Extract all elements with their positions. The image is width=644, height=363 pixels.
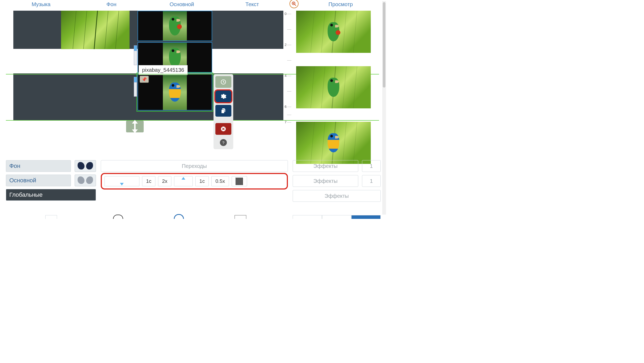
parrot-thumb-3 — [169, 82, 181, 102]
parrot-thumb-1 — [169, 16, 181, 35]
main-clip-column: 📌 — [138, 11, 212, 112]
transition-in-duration[interactable]: 1с — [142, 176, 155, 186]
resize-handle[interactable] — [126, 121, 144, 132]
preview-column — [291, 9, 371, 164]
main-clip-1[interactable] — [138, 11, 212, 41]
layer-background[interactable]: Фон — [6, 160, 71, 172]
peek-box-1[interactable] — [45, 215, 57, 219]
transitions-dropdown[interactable]: Переходы — [101, 160, 288, 172]
layer-background-thumb[interactable] — [75, 160, 96, 172]
ruler-tick-2: 2 — [285, 43, 287, 47]
tab-preview[interactable]: Просмотр — [301, 1, 381, 7]
svg-line-1 — [295, 5, 296, 6]
ruler-tick-7: 7 — [285, 120, 287, 124]
tab-text[interactable]: Текст — [217, 1, 287, 7]
pin-icon[interactable]: 📌 — [140, 76, 149, 83]
preview-frame-2[interactable] — [296, 66, 371, 108]
transitions-panel: Переходы 1с 2x 1с 0.5x — [101, 160, 288, 190]
resize-vertical-icon — [126, 118, 144, 135]
action-help-button[interactable]: ? — [220, 139, 227, 146]
effects-button-3[interactable]: Эффекты — [293, 190, 381, 202]
background-clip[interactable] — [61, 11, 130, 49]
zoom-in-button[interactable] — [289, 0, 299, 8]
peek-segmented[interactable] — [293, 215, 381, 219]
effects-count-2[interactable]: 1 — [362, 175, 381, 187]
action-timing-button[interactable] — [215, 76, 231, 88]
time-ruler: 0 2 4 6 7 — [283, 9, 291, 164]
transition-out-duration[interactable]: 1с — [195, 176, 209, 186]
effects-count-1[interactable]: 1 — [362, 160, 381, 172]
layer-main-thumb[interactable] — [75, 175, 96, 186]
butterfly-icon — [78, 162, 93, 170]
preview-frame-3[interactable] — [296, 122, 371, 164]
effects-button-2[interactable]: Эффекты — [293, 175, 358, 187]
transition-in-preview[interactable] — [104, 176, 139, 186]
scrollbar-thumb[interactable] — [383, 2, 385, 88]
speed-controls-row: 1с 2x 1с 0.5x — [101, 173, 288, 190]
parrot-thumb-2 — [169, 48, 181, 67]
butterfly-icon — [78, 176, 93, 184]
peek-circle-1[interactable] — [113, 215, 123, 219]
main-clip-3-selected[interactable]: 📌 — [138, 74, 212, 111]
copy-icon — [220, 108, 227, 114]
peek-circle-active[interactable] — [174, 214, 184, 219]
tab-main[interactable]: Основной — [147, 1, 217, 7]
clip-handle-bottom[interactable] — [134, 82, 137, 97]
transition-noise-option[interactable] — [232, 176, 247, 186]
ruler-tick-4: 4 — [285, 74, 287, 78]
timeline-canvas[interactable]: 📌 pixabay_5445136 ? — [6, 9, 283, 158]
leaf-graphic — [94, 11, 98, 49]
clip-action-toolbar: ? — [214, 74, 233, 149]
tab-background[interactable]: Фон — [76, 1, 147, 7]
tab-music[interactable]: Музыка — [6, 1, 76, 7]
vertical-scrollbar[interactable] — [382, 1, 386, 215]
transition-out-speed-05x[interactable]: 0.5x — [211, 176, 229, 186]
action-copy-button[interactable] — [215, 105, 231, 117]
clock-icon — [220, 79, 227, 85]
preview-frame-1[interactable] — [296, 11, 371, 53]
noise-pattern-icon — [236, 177, 243, 185]
effects-column: Эффекты 1 Эффекты 1 Эффекты — [293, 160, 381, 202]
close-circle-icon — [220, 126, 227, 132]
cut-off-controls — [6, 214, 381, 219]
top-tab-bar: Музыка Фон Основной Текст Просмотр — [0, 0, 387, 9]
transition-out-preview[interactable] — [174, 176, 193, 186]
action-settings-button[interactable] — [215, 90, 231, 102]
transition-in-speed-2x[interactable]: 2x — [158, 176, 171, 186]
ruler-tick-0: 0 — [285, 12, 287, 16]
ruler-tick-6: 6 — [285, 105, 287, 109]
gear-icon — [220, 93, 227, 100]
timeline-area: 📌 pixabay_5445136 ? 0 — [0, 9, 387, 164]
layer-main[interactable]: Основной — [6, 175, 71, 186]
layer-global[interactable]: Глобальные — [6, 189, 96, 201]
action-delete-button[interactable] — [215, 123, 231, 135]
main-clip-2[interactable] — [138, 42, 212, 73]
layer-list: Фон Основной Глобальные — [6, 160, 96, 201]
zoom-in-icon — [291, 1, 297, 6]
clip-handle-bottom[interactable] — [134, 51, 137, 65]
clip-handle-top[interactable] — [134, 45, 137, 51]
bottom-panels: Фон Основной Глобальные Переходы 1с 2x 1… — [6, 160, 381, 202]
guide-line-lower — [6, 120, 379, 121]
clip-handle-top[interactable] — [134, 77, 137, 83]
effects-button-1[interactable]: Эффекты — [293, 160, 358, 172]
peek-box-2[interactable] — [235, 215, 246, 219]
